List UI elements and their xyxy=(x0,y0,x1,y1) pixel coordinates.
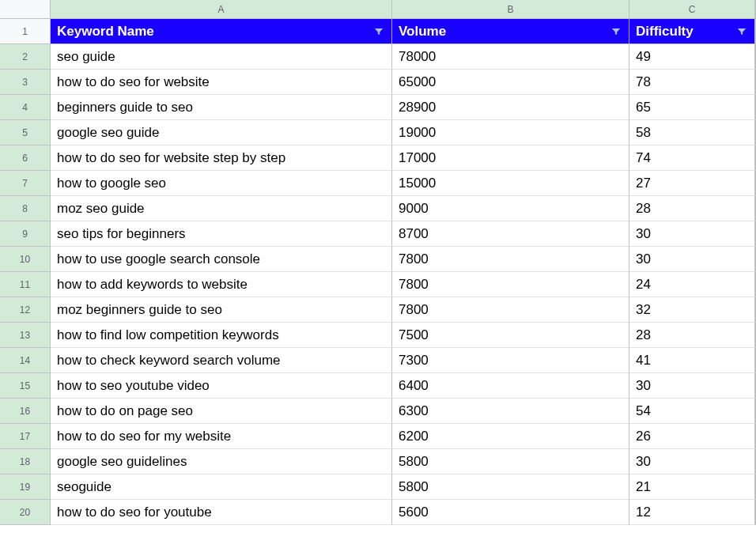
cell-keyword[interactable]: google seo guidelines xyxy=(51,449,392,474)
row-header[interactable]: 20 xyxy=(0,500,51,525)
cell-difficulty[interactable]: 30 xyxy=(629,221,756,247)
row-header[interactable]: 19 xyxy=(0,474,51,500)
cell-keyword[interactable]: moz beginners guide to seo xyxy=(51,297,392,323)
cell-difficulty[interactable]: 30 xyxy=(629,247,756,272)
cell-volume[interactable]: 19000 xyxy=(392,120,629,146)
cell-volume[interactable]: 78000 xyxy=(392,44,629,70)
cell-volume[interactable]: 7800 xyxy=(392,247,629,272)
cell-difficulty[interactable]: 26 xyxy=(629,424,756,449)
row-header[interactable]: 16 xyxy=(0,399,51,424)
cell-difficulty[interactable]: 28 xyxy=(629,323,756,348)
row-header[interactable]: 13 xyxy=(0,323,51,348)
row-header[interactable]: 4 xyxy=(0,95,51,120)
row-header[interactable]: 3 xyxy=(0,70,51,95)
row-header[interactable]: 12 xyxy=(0,297,51,323)
cell-volume[interactable]: 17000 xyxy=(392,146,629,171)
cell-difficulty[interactable]: 65 xyxy=(629,95,756,120)
cell-keyword[interactable]: how to google seo xyxy=(51,171,392,196)
cell-difficulty[interactable]: 78 xyxy=(629,70,756,95)
table-header-difficulty-label: Difficulty xyxy=(636,24,694,40)
cell-volume[interactable]: 7800 xyxy=(392,297,629,323)
row-header[interactable]: 15 xyxy=(0,373,51,399)
cell-keyword[interactable]: seo tips for beginners xyxy=(51,221,392,247)
cell-volume[interactable]: 6200 xyxy=(392,424,629,449)
row-header[interactable]: 6 xyxy=(0,146,51,171)
filter-icon[interactable] xyxy=(372,25,385,38)
cell-keyword[interactable]: how to do seo for my website xyxy=(51,424,392,449)
cell-difficulty[interactable]: 32 xyxy=(629,297,756,323)
cell-volume[interactable]: 65000 xyxy=(392,70,629,95)
cell-difficulty[interactable]: 74 xyxy=(629,146,756,171)
cell-keyword[interactable]: moz seo guide xyxy=(51,196,392,221)
cell-keyword[interactable]: seoguide xyxy=(51,474,392,500)
row-header[interactable]: 10 xyxy=(0,247,51,272)
spreadsheet[interactable]: A B C 1 Keyword Name Volume Difficulty 2… xyxy=(0,0,756,525)
cell-volume[interactable]: 9000 xyxy=(392,196,629,221)
cell-volume[interactable]: 5800 xyxy=(392,474,629,500)
cell-difficulty[interactable]: 30 xyxy=(629,373,756,399)
cell-keyword[interactable]: how to find low competition keywords xyxy=(51,323,392,348)
cell-difficulty[interactable]: 12 xyxy=(629,500,756,525)
row-header[interactable]: 9 xyxy=(0,221,51,247)
cell-difficulty[interactable]: 30 xyxy=(629,449,756,474)
table-header-difficulty[interactable]: Difficulty xyxy=(629,19,756,44)
table-header-volume-label: Volume xyxy=(399,24,446,40)
cell-keyword[interactable]: how to use google search console xyxy=(51,247,392,272)
cell-keyword[interactable]: how to do on page seo xyxy=(51,399,392,424)
cell-volume[interactable]: 5600 xyxy=(392,500,629,525)
row-header[interactable]: 2 xyxy=(0,44,51,70)
table-header-keyword-label: Keyword Name xyxy=(57,24,154,40)
row-header[interactable]: 8 xyxy=(0,196,51,221)
cell-volume[interactable]: 15000 xyxy=(392,171,629,196)
cell-volume[interactable]: 6400 xyxy=(392,373,629,399)
select-all-corner[interactable] xyxy=(0,0,51,19)
filter-icon[interactable] xyxy=(735,25,748,38)
cell-volume[interactable]: 7800 xyxy=(392,272,629,297)
cell-difficulty[interactable]: 41 xyxy=(629,348,756,373)
row-header-1[interactable]: 1 xyxy=(0,19,51,44)
cell-difficulty[interactable]: 27 xyxy=(629,171,756,196)
cell-keyword[interactable]: how to do seo for youtube xyxy=(51,500,392,525)
cell-volume[interactable]: 28900 xyxy=(392,95,629,120)
row-header[interactable]: 7 xyxy=(0,171,51,196)
cell-difficulty[interactable]: 24 xyxy=(629,272,756,297)
cell-volume[interactable]: 7500 xyxy=(392,323,629,348)
row-header[interactable]: 14 xyxy=(0,348,51,373)
cell-keyword[interactable]: how to check keyword search volume xyxy=(51,348,392,373)
cell-keyword[interactable]: seo guide xyxy=(51,44,392,70)
cell-difficulty[interactable]: 28 xyxy=(629,196,756,221)
cell-volume[interactable]: 8700 xyxy=(392,221,629,247)
cell-volume[interactable]: 7300 xyxy=(392,348,629,373)
column-header-c[interactable]: C xyxy=(629,0,756,19)
cell-keyword[interactable]: google seo guide xyxy=(51,120,392,146)
cell-volume[interactable]: 5800 xyxy=(392,449,629,474)
cell-keyword[interactable]: how to add keywords to website xyxy=(51,272,392,297)
cell-difficulty[interactable]: 21 xyxy=(629,474,756,500)
row-header[interactable]: 18 xyxy=(0,449,51,474)
cell-keyword[interactable]: how to seo youtube video xyxy=(51,373,392,399)
row-header[interactable]: 11 xyxy=(0,272,51,297)
cell-difficulty[interactable]: 58 xyxy=(629,120,756,146)
cell-difficulty[interactable]: 54 xyxy=(629,399,756,424)
cell-volume[interactable]: 6300 xyxy=(392,399,629,424)
column-header-a[interactable]: A xyxy=(51,0,392,19)
filter-icon[interactable] xyxy=(610,25,622,38)
column-header-b[interactable]: B xyxy=(392,0,629,19)
cell-keyword[interactable]: how to do seo for website step by step xyxy=(51,146,392,171)
table-header-volume[interactable]: Volume xyxy=(392,19,629,44)
row-header[interactable]: 17 xyxy=(0,424,51,449)
cell-keyword[interactable]: how to do seo for website xyxy=(51,70,392,95)
cell-difficulty[interactable]: 49 xyxy=(629,44,756,70)
row-header[interactable]: 5 xyxy=(0,120,51,146)
table-header-keyword[interactable]: Keyword Name xyxy=(51,19,392,44)
cell-keyword[interactable]: beginners guide to seo xyxy=(51,95,392,120)
